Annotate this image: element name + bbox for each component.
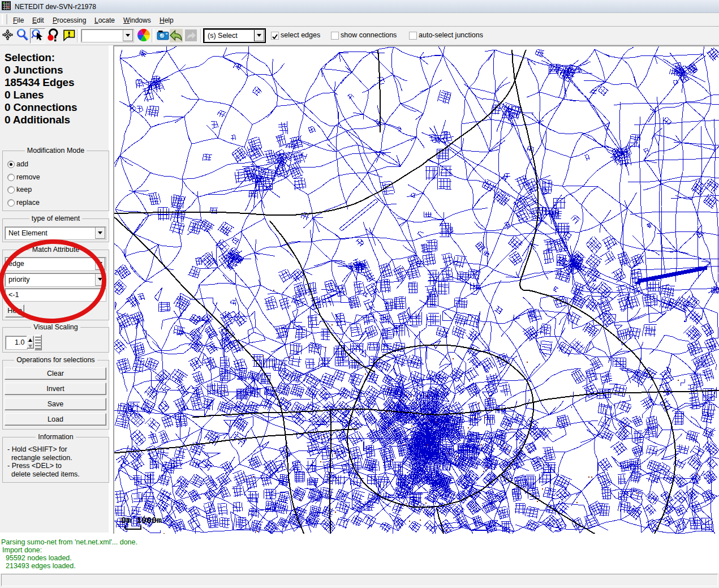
svg-text:0m 1000m: 0m 1000m <box>121 516 162 526</box>
